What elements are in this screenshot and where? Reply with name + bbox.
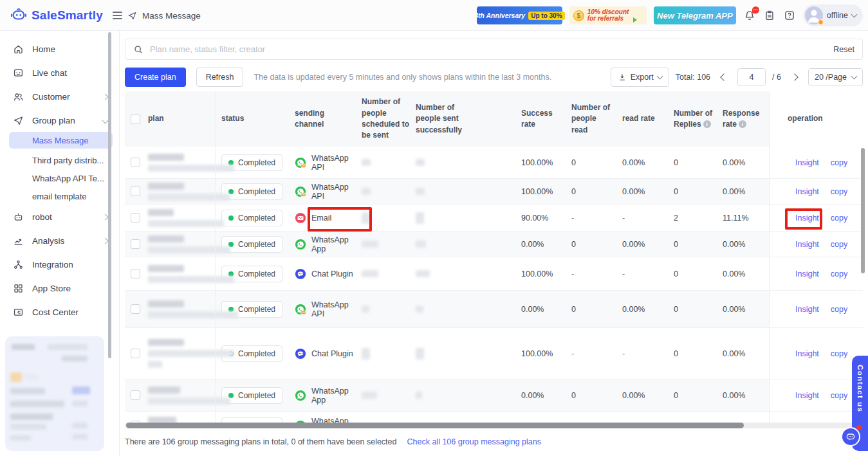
sidebar-scrollbar[interactable]	[108, 32, 111, 358]
sidebar-item-whatsapp-api-te[interactable]: WhatsApp API Te...	[9, 169, 113, 187]
copy-link[interactable]: copy	[831, 349, 847, 358]
response-rate: 0.00%	[718, 147, 769, 178]
sidebar-item-customer[interactable]: Customer	[0, 89, 119, 104]
sent-count-blurred	[416, 392, 422, 399]
create-plan-button[interactable]: Create plan	[125, 68, 186, 87]
row-checkbox[interactable]	[131, 158, 140, 167]
refresh-button[interactable]: Refresh	[196, 68, 244, 87]
column-header-success-rate: Success rate	[515, 91, 566, 147]
sidebar-item-email-template[interactable]: email template	[9, 187, 113, 205]
replies-count: 0	[669, 147, 718, 178]
selection-summary: There are 106 group messaging plans in t…	[125, 437, 397, 446]
logo[interactable]: SaleSmartly	[10, 0, 122, 31]
sidebar-item-app-store[interactable]: App Store	[0, 280, 119, 296]
row-checkbox[interactable]	[131, 349, 140, 358]
referral-banner[interactable]: $ 10% discount for referrals	[569, 6, 647, 24]
insight-link[interactable]: Insight	[795, 214, 819, 223]
search-icon	[133, 44, 143, 55]
response-rate: 0.00%	[718, 232, 769, 257]
people-read: 0	[566, 179, 618, 204]
sidebar-item-group-plan[interactable]: Group plan	[0, 113, 119, 128]
column-header-sending-channel: sending channel	[287, 91, 359, 147]
sidebar-item-home[interactable]: Home	[0, 41, 119, 57]
row-checkbox[interactable]	[131, 304, 140, 314]
success-rate: 0.00%	[515, 379, 566, 411]
chat-plugin-icon	[295, 268, 306, 280]
search-input[interactable]	[150, 44, 827, 54]
notifications-bell-icon[interactable]: •••	[743, 9, 756, 22]
read-rate: -	[618, 205, 669, 231]
insight-link[interactable]: Insight	[795, 305, 819, 314]
toolbar: Create plan Refresh The data is updated …	[125, 68, 863, 87]
info-icon[interactable]: i	[703, 120, 711, 128]
sidebar-item-robot[interactable]: robot	[0, 209, 119, 224]
sidebar-collapse-icon[interactable]	[113, 12, 122, 19]
prev-page-button[interactable]	[717, 70, 731, 84]
row-checkbox[interactable]	[131, 213, 140, 223]
sidebar-item-integration[interactable]: Integration	[0, 257, 119, 272]
response-rate: 0.00%	[718, 328, 769, 379]
help-icon[interactable]	[783, 9, 796, 22]
scheduled-count-blurred	[362, 188, 371, 195]
sidebar-item-mass-message[interactable]: Mass Message	[9, 132, 113, 149]
robot-logo-icon	[10, 6, 27, 25]
select-all-checkbox[interactable]	[131, 114, 140, 124]
insight-link[interactable]: Insight	[795, 269, 819, 278]
sidebar-item-cost-center[interactable]: Cost Center	[0, 304, 119, 320]
copy-link[interactable]: copy	[831, 305, 847, 314]
column-header-number-of-people-scheduled-to-be-sent: Number of people scheduled to be sent	[359, 91, 413, 147]
user-status: offline	[827, 11, 848, 20]
clipboard-icon[interactable]	[763, 9, 776, 22]
row-checkbox[interactable]	[131, 187, 140, 196]
insight-link[interactable]: Insight	[795, 240, 819, 249]
scheduled-count-blurred	[362, 270, 378, 277]
row-checkbox[interactable]	[131, 269, 140, 278]
insight-link[interactable]: Insight	[795, 187, 819, 196]
user-menu[interactable]: offline	[803, 5, 863, 26]
total-count: 106	[697, 73, 710, 82]
chevron-right-icon	[102, 237, 109, 244]
table-horizontal-scrollbar[interactable]	[126, 423, 744, 428]
copy-link[interactable]: copy	[831, 158, 847, 167]
check-all-link[interactable]: Check all 106 group messaging plans	[407, 437, 541, 446]
copy-link[interactable]: copy	[831, 214, 847, 223]
telegram-banner[interactable]: New Telegram APP	[654, 6, 736, 24]
copy-link[interactable]: copy	[831, 391, 847, 400]
status-badge: Completed	[221, 183, 282, 200]
robot-icon	[13, 212, 24, 223]
copy-link[interactable]: copy	[831, 269, 847, 278]
reset-button[interactable]: Reset	[833, 45, 854, 54]
channel-name: WhatsApp API	[311, 300, 359, 318]
whatsapp-api-icon	[295, 304, 306, 315]
whatsapp-icon	[295, 390, 306, 401]
next-page-button[interactable]	[788, 70, 802, 84]
cost-icon	[13, 307, 24, 318]
scheduled-count-blurred	[362, 306, 369, 313]
sidebar-item-analysis[interactable]: Analysis	[0, 233, 119, 248]
sidebar-nav: HomeLive chatCustomerGroup planMass Mess…	[0, 31, 119, 320]
channel-name: WhatsApp App	[311, 387, 359, 405]
sidebar-item-third-party-distrib[interactable]: Third party distrib...	[9, 151, 113, 169]
insight-link[interactable]: Insight	[795, 158, 819, 167]
export-button[interactable]: Export	[611, 68, 669, 87]
column-header-read-rate: read rate	[618, 91, 669, 147]
select-all-checkbox-cell	[125, 91, 148, 147]
page-size-select[interactable]: 20 /Page	[808, 68, 863, 86]
channel-name: WhatsApp API	[311, 183, 359, 201]
sidebar-item-live-chat[interactable]: Live chat	[0, 65, 119, 80]
table-row: CompletedWhatsApp App0.00%00.00%00.00%In…	[125, 232, 863, 257]
row-checkbox[interactable]	[131, 239, 140, 249]
page-number-input[interactable]	[737, 68, 766, 86]
copy-link[interactable]: copy	[831, 240, 847, 249]
info-icon[interactable]: i	[739, 120, 746, 128]
read-rate: -	[618, 328, 669, 379]
insight-link[interactable]: Insight	[795, 349, 819, 358]
insight-link[interactable]: Insight	[795, 391, 819, 400]
row-checkbox[interactable]	[131, 390, 140, 400]
people-read: 0	[566, 379, 618, 411]
people-read: 0	[566, 291, 618, 327]
copy-link[interactable]: copy	[831, 187, 847, 196]
sent-count-blurred	[416, 270, 430, 277]
table-vertical-scrollbar[interactable]	[861, 148, 865, 273]
anniversary-banner[interactable]: 4th Anniversary Up to 30%	[477, 6, 562, 24]
